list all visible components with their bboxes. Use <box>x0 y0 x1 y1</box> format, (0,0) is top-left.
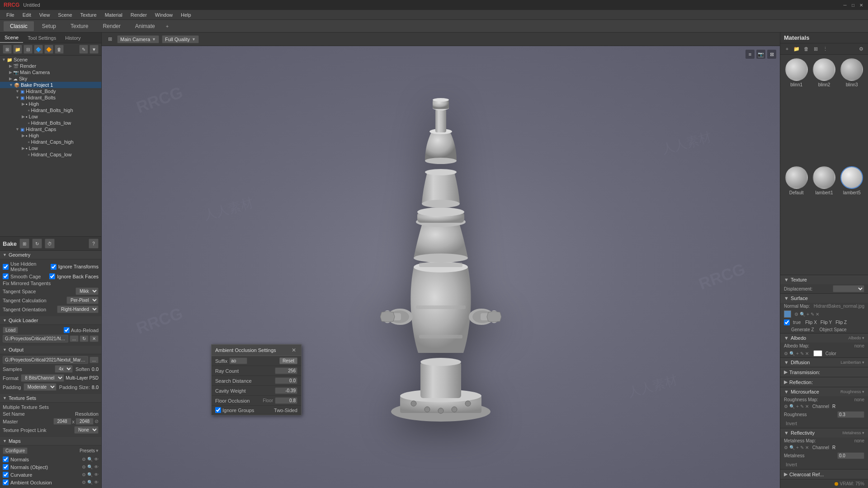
tangent-calc-dropdown[interactable]: Per-Pixel <box>66 296 99 304</box>
tree-item-low-caps[interactable]: ▶ ▪ Low <box>0 145 101 151</box>
metalness-search-icon[interactable]: 🔍 <box>789 445 795 450</box>
ao-cavity-weight-input[interactable] <box>275 387 297 394</box>
tab-add-button[interactable]: + <box>163 22 171 31</box>
nm-add-icon[interactable]: + <box>807 312 809 317</box>
transmission-section-header[interactable]: ▶ Transmission: <box>780 367 868 377</box>
tab-render[interactable]: Render <box>96 21 127 31</box>
tab-setup[interactable]: Setup <box>36 21 62 31</box>
mat-delete-icon[interactable]: 🗑 <box>802 45 810 53</box>
albedo-add-icon[interactable]: + <box>796 351 799 356</box>
tree-item-hidrant-caps-high[interactable]: ▫ Hidrant_Caps_high <box>0 139 101 145</box>
material-item-lambert1[interactable]: lambert1 <box>811 166 836 272</box>
menu-file[interactable]: File <box>3 11 18 19</box>
ignore-transforms-checkbox[interactable] <box>51 264 57 270</box>
output-section-header[interactable]: ▼ Output <box>0 346 101 354</box>
quick-loader-browse-btn[interactable]: ... <box>70 335 79 342</box>
tree-item-scene[interactable]: ▼ 📁 Scene <box>0 56 101 63</box>
ao-dialog-close-button[interactable]: ✕ <box>290 347 297 354</box>
nm-settings-icon[interactable]: ⚙ <box>794 312 798 317</box>
format-dropdown[interactable]: 8 Bits/Channel <box>21 374 64 382</box>
menu-scene[interactable]: Scene <box>54 11 75 19</box>
clearcoat-section-header[interactable]: ▶ Clearcoat Ref... <box>780 469 868 479</box>
roughness-input[interactable] <box>837 411 864 418</box>
tab-classic[interactable]: Classic <box>4 21 34 31</box>
nm-search-icon[interactable]: 🔍 <box>800 312 805 317</box>
viewport-overlay-btn1[interactable]: ≡ <box>745 50 755 59</box>
ambient-occlusion-checkbox[interactable] <box>3 479 9 485</box>
padding-dropdown[interactable]: Moderate <box>24 383 57 391</box>
flip-z-btn[interactable]: Flip Z <box>835 320 847 325</box>
albedo-edit-icon[interactable]: ✎ <box>800 351 804 356</box>
scene-toolbar-more-btn[interactable]: ▼ <box>90 45 99 54</box>
maps-section-header[interactable]: ▼ Maps <box>0 437 101 446</box>
use-hidden-meshes-checkbox[interactable] <box>3 264 9 270</box>
material-item-blinn1[interactable]: blinn1 <box>784 58 809 164</box>
camera-dropdown[interactable]: Main Camera ▼ <box>117 35 159 43</box>
scene-toolbar-btn3[interactable]: ⊟ <box>24 45 33 54</box>
material-item-blinn3[interactable]: blinn3 <box>840 58 864 164</box>
nm-edit-icon[interactable]: ✎ <box>811 312 814 317</box>
menu-window[interactable]: Window <box>151 11 176 19</box>
albedo-delete-icon[interactable]: ✕ <box>805 351 809 356</box>
normals-search-icon[interactable]: 🔍 <box>87 457 93 462</box>
reflection-section-header[interactable]: ▶ Reflection: <box>780 377 868 387</box>
close-button[interactable]: ✕ <box>858 2 864 8</box>
texture-sets-header[interactable]: ▼ Texture Sets <box>0 394 101 403</box>
tree-item-hidrant-bolts-low[interactable]: ▫ Hidrant_Bolts_low <box>0 120 101 126</box>
panel-tab-history[interactable]: History <box>61 33 85 43</box>
tree-item-low-bolts[interactable]: ▶ ▪ Low <box>0 113 101 120</box>
normals-object-eye-icon[interactable]: 👁 <box>94 465 99 469</box>
scene-toolbar-btn1[interactable]: ⊞ <box>3 45 12 54</box>
tree-item-bake-project[interactable]: ▼ 📦 Bake Project 1 <box>0 82 101 88</box>
tree-item-render[interactable]: ▶ 🎬 Render <box>0 63 101 69</box>
width-input[interactable] <box>53 418 71 425</box>
scene-toolbar-edit-btn[interactable]: ✎ <box>79 45 88 54</box>
normals-checkbox[interactable] <box>3 456 9 462</box>
microsurface-section-header[interactable]: ▼ Microsurface Roughness ▾ <box>780 387 868 396</box>
menu-texture[interactable]: Texture <box>77 11 100 19</box>
curvature-checkbox[interactable] <box>3 472 9 478</box>
tree-item-high-bolts[interactable]: ▶ ▪ High <box>0 101 101 107</box>
tree-item-hidrant-bolts-high[interactable]: ▫ Hidrant_Bolts_high <box>0 107 101 113</box>
scene-toolbar-btn2[interactable]: 📁 <box>13 45 22 54</box>
curvature-settings-icon[interactable]: ⚙ <box>82 472 86 477</box>
scale-bias-checkbox[interactable] <box>784 319 790 325</box>
microsurface-right-label[interactable]: Roughness ▾ <box>840 389 864 394</box>
diffusion-right-label[interactable]: Lambertian ▾ <box>840 360 864 365</box>
roughness-delete-icon[interactable]: ✕ <box>805 404 809 409</box>
metalness-edit-icon[interactable]: ✎ <box>800 445 804 450</box>
albedo-settings-icon[interactable]: ⚙ <box>784 351 788 356</box>
geometry-section-header[interactable]: ▼ Geometry <box>0 251 101 259</box>
albedo-color-swatch[interactable] <box>813 350 822 357</box>
metalness-settings-icon[interactable]: ⚙ <box>784 445 788 450</box>
reflectivity-section-header[interactable]: ▼ Reflectivity Metalness ▾ <box>780 428 868 437</box>
metalness-input[interactable] <box>837 452 864 459</box>
tree-item-hidrant-caps-low[interactable]: ▫ Hidrant_Caps_low <box>0 151 101 158</box>
menu-help[interactable]: Help <box>177 11 195 19</box>
scene-toolbar-btn4[interactable]: 🔷 <box>34 45 43 54</box>
diffusion-section-header[interactable]: ▼ Diffusion Lambertian ▾ <box>780 358 868 367</box>
curvature-search-icon[interactable]: 🔍 <box>87 472 93 477</box>
texture-section-header[interactable]: ▼ Texture <box>780 275 868 284</box>
ambient-occlusion-settings-icon[interactable]: ⚙ <box>82 480 86 485</box>
ao-ray-count-input[interactable] <box>275 367 297 374</box>
albedo-search-icon[interactable]: 🔍 <box>789 351 795 356</box>
nm-delete-icon[interactable]: ✕ <box>816 312 819 317</box>
normals-object-search-icon[interactable]: 🔍 <box>87 465 93 469</box>
tab-texture[interactable]: Texture <box>64 21 94 31</box>
displacement-dropdown[interactable] <box>833 285 864 292</box>
quality-dropdown[interactable]: Full Quality ▼ <box>162 35 199 43</box>
mat-add-icon[interactable]: + <box>783 45 791 53</box>
output-browse-btn[interactable]: ... <box>90 357 99 363</box>
material-item-lambert5[interactable]: lambert5 <box>840 166 864 272</box>
roughness-edit-icon[interactable]: ✎ <box>800 404 804 409</box>
normals-object-settings-icon[interactable]: ⚙ <box>82 465 86 469</box>
height-input[interactable] <box>75 418 94 425</box>
ao-dialog-header[interactable]: Ambient Occlusion Settings ✕ <box>212 345 301 356</box>
mat-folder-icon[interactable]: 📁 <box>793 45 801 53</box>
roughness-search-icon[interactable]: 🔍 <box>789 404 795 409</box>
tree-item-hidrant-caps[interactable]: ▼ ▣ Hidrant_Caps <box>0 126 101 132</box>
ao-ignore-groups-checkbox[interactable] <box>215 407 221 413</box>
tree-item-sky[interactable]: ▶ ☁ Sky <box>0 75 101 82</box>
flip-x-btn[interactable]: Flip X <box>805 320 817 325</box>
